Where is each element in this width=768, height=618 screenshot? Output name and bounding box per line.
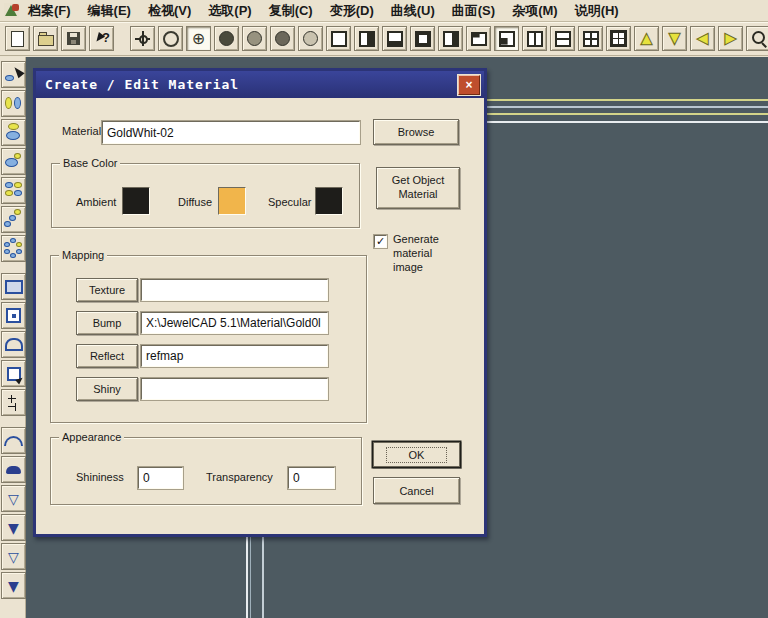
shiny-button[interactable]: Shiny [76,377,138,401]
cone-filled-2-icon[interactable]: ▼ [1,572,26,599]
get-object-material-button[interactable]: Get Object Material [376,167,460,209]
select-cursor-icon[interactable] [1,61,26,88]
ambient-swatch[interactable] [122,187,150,215]
cone-outline-icon[interactable]: ▽ [1,485,26,512]
transparency-label: Transparency [206,471,273,483]
menu-transform[interactable]: 变形(D) [330,2,374,20]
rotate-right-icon[interactable]: ▶ [718,26,743,51]
shininess-label: Shininess [76,471,124,483]
circle-icon[interactable] [158,26,183,51]
node-edit-icon[interactable] [1,360,26,387]
material-label: Material [62,125,101,137]
snap-cross-icon[interactable] [1,389,26,416]
menu-view[interactable]: 检视(V) [148,2,191,20]
blue-square-icon[interactable] [1,302,26,329]
menu-help[interactable]: 说明(H) [575,2,619,20]
guide-line-h1 [487,99,768,101]
zoom-icon[interactable] [746,26,768,51]
viewport-vsplit-icon[interactable] [522,26,547,51]
view-title-icon[interactable] [466,26,491,51]
base-color-legend: Base Color [60,157,120,169]
ok-button[interactable]: OK [373,442,460,467]
texture-button[interactable]: Texture [76,278,138,302]
bump-input[interactable] [141,312,328,334]
guide-line-v3 [262,537,264,618]
menu-misc[interactable]: 杂项(M) [512,2,558,20]
new-icon[interactable] [5,26,30,51]
sphere-dark-icon[interactable] [270,26,295,51]
appearance-legend: Appearance [59,431,124,443]
viewport-grid-icon[interactable] [578,26,603,51]
view-half-icon[interactable] [354,26,379,51]
arc-outline-icon[interactable] [1,427,26,454]
rotate-down-icon[interactable]: ▼ [662,26,687,51]
menu-surface[interactable]: 曲面(S) [452,2,495,20]
menu-select[interactable]: 选取(P) [208,2,251,20]
select-sub-icon[interactable] [1,148,26,175]
sphere-light-icon[interactable] [298,26,323,51]
reflect-input[interactable] [141,345,328,367]
transparency-input[interactable] [288,467,335,489]
sphere-gray-icon[interactable] [242,26,267,51]
menu-copy[interactable]: 复制(C) [269,2,313,20]
frame-rect-icon[interactable] [1,273,26,300]
rotate-up-icon[interactable]: ▲ [634,26,659,51]
guide-line-h3 [487,113,768,115]
ambient-label: Ambient [76,196,116,208]
viewport-grid-bold-icon[interactable] [606,26,631,51]
select-chain-icon[interactable] [1,206,26,233]
app-logo-icon [4,3,19,18]
viewport-hsplit-icon[interactable] [550,26,575,51]
mapping-legend: Mapping [59,249,107,261]
dialog-title-bar[interactable]: Create / Edit Material × [36,71,484,98]
guide-line-h2 [487,106,768,108]
select-stack-icon[interactable] [1,119,26,146]
save-icon[interactable] [61,26,86,51]
mapping-group: Mapping Texture Bump Reflect Shiny [50,255,367,423]
arc-filled-icon[interactable] [1,456,26,483]
cone-filled-icon[interactable]: ▼ [1,514,26,541]
wire-sphere-icon[interactable]: ⊕ [186,26,211,51]
jewelcad-window: 档案(F) 编辑(E) 检视(V) 选取(P) 复制(C) 变形(D) 曲线(U… [0,0,768,618]
shiny-input[interactable] [141,378,328,400]
arch-icon[interactable] [1,331,26,358]
check-icon: ✓ [376,235,385,248]
cone-outline-2-icon[interactable]: ▽ [1,543,26,570]
material-input[interactable] [102,121,360,144]
generate-checkbox[interactable]: ✓ [374,235,387,248]
toolbar: ⊕ ▲ ▼ ◀ ▶ [0,22,768,56]
create-edit-material-dialog: Create / Edit Material × Material Browse… [33,68,487,537]
cancel-button[interactable]: Cancel [373,477,460,504]
bump-button[interactable]: Bump [76,311,138,335]
dialog-title: Create / Edit Material [36,77,239,92]
shininess-input[interactable] [138,467,183,489]
view-right-icon[interactable] [438,26,463,51]
rotate-left-icon[interactable]: ◀ [690,26,715,51]
diffuse-label: Diffuse [178,196,212,208]
view-corner-icon[interactable] [494,26,519,51]
menu-file[interactable]: 档案(F) [28,2,71,20]
diffuse-swatch[interactable] [218,187,246,215]
base-color-group: Base Color Ambient Diffuse Specular [51,163,360,228]
help-select-icon[interactable] [89,26,114,51]
open-icon[interactable] [33,26,58,51]
guide-line-v2 [250,537,251,618]
generate-checkbox-label: Generate material image [393,233,439,274]
view-plain-icon[interactable] [326,26,351,51]
view-bottom-icon[interactable] [382,26,407,51]
specular-swatch[interactable] [315,187,343,215]
browse-button[interactable]: Browse [373,119,459,145]
menu-edit[interactable]: 编辑(E) [88,2,131,20]
select-ring-icon[interactable] [1,235,26,262]
sphere-shaded-icon[interactable] [214,26,239,51]
tool-sidebar: ▽ ▼ ▽ ▼ [0,57,26,618]
select-quad-icon[interactable] [1,177,26,204]
reflect-button[interactable]: Reflect [76,344,138,368]
menu-curve[interactable]: 曲线(U) [391,2,435,20]
point-crosshair-icon[interactable] [130,26,155,51]
select-pair-icon[interactable] [1,90,26,117]
view-frame-icon[interactable] [410,26,435,51]
specular-label: Specular [268,196,311,208]
texture-input[interactable] [141,279,328,301]
close-icon[interactable]: × [458,75,480,95]
